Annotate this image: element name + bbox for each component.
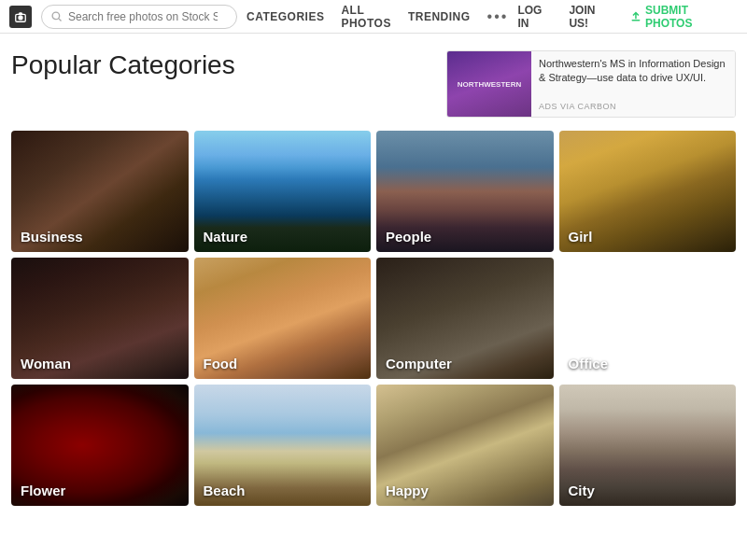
category-card-girl[interactable]: Girl [559, 131, 737, 252]
category-label-city: City [569, 483, 595, 498]
svg-point-0 [18, 15, 22, 20]
category-card-city[interactable]: City [559, 385, 737, 506]
nav-right: LOG IN JOIN US! SUBMIT PHOTOS [517, 4, 738, 30]
category-label-beach: Beach [204, 483, 246, 498]
ad-banner[interactable]: Northwestern Northwestern's MS in Inform… [446, 50, 736, 118]
category-label-flower: Flower [21, 483, 65, 498]
submit-photos-button[interactable]: SUBMIT PHOTOS [630, 4, 738, 30]
category-label-woman: Woman [21, 356, 71, 371]
search-icon [51, 11, 63, 22]
ad-text: Northwestern's MS in Information Design … [531, 51, 735, 117]
nav-more[interactable]: ••• [487, 8, 509, 25]
svg-point-2 [52, 12, 60, 20]
nav-trending[interactable]: TRENDING [408, 10, 471, 23]
category-card-happy[interactable]: Happy [376, 385, 554, 506]
login-button[interactable]: LOG IN [517, 4, 556, 30]
category-label-business: Business [21, 229, 83, 245]
category-card-nature[interactable]: Nature [194, 131, 372, 252]
category-card-business[interactable]: Business [11, 131, 189, 252]
category-card-food[interactable]: Food [194, 258, 372, 379]
category-label-girl: Girl [569, 229, 593, 245]
category-label-people: People [386, 229, 431, 245]
ad-headline: Northwestern's MS in Information Design … [539, 57, 727, 86]
category-label-happy: Happy [386, 483, 429, 498]
ad-image: Northwestern [447, 51, 531, 117]
category-label-computer: Computer [386, 356, 452, 371]
navbar: CATEGORIES ALL PHOTOS TRENDING ••• LOG I… [0, 0, 747, 34]
search-bar[interactable] [41, 5, 237, 29]
main-content: Popular Categories Northwestern Northwes… [0, 34, 747, 515]
search-input[interactable] [68, 10, 218, 23]
category-label-office: Office [569, 356, 609, 371]
category-card-office[interactable]: Office [559, 258, 737, 379]
category-label-nature: Nature [204, 229, 248, 245]
category-card-beach[interactable]: Beach [194, 385, 372, 506]
ad-via: ADS VIA CARBON [539, 102, 727, 111]
category-card-flower[interactable]: Flower [11, 385, 189, 506]
category-label-food: Food [204, 356, 238, 371]
join-button[interactable]: JOIN US! [569, 4, 617, 30]
ad-image-label: Northwestern [456, 78, 523, 91]
page-title: Popular Categories [11, 50, 235, 80]
nav-categories[interactable]: CATEGORIES [247, 10, 324, 23]
nav-all-photos[interactable]: ALL PHOTOS [341, 4, 390, 30]
category-card-people[interactable]: People [376, 131, 554, 252]
categories-grid: BusinessNaturePeopleGirlWomanFoodCompute… [11, 131, 736, 506]
svg-line-3 [59, 18, 62, 21]
header-row: Popular Categories Northwestern Northwes… [11, 50, 736, 118]
logo[interactable] [9, 6, 32, 28]
svg-rect-4 [632, 19, 641, 20]
upload-icon [630, 11, 641, 22]
category-card-woman[interactable]: Woman [11, 258, 189, 379]
camera-icon [14, 10, 27, 23]
nav-links: CATEGORIES ALL PHOTOS TRENDING ••• [247, 4, 508, 30]
category-card-computer[interactable]: Computer [376, 258, 554, 379]
